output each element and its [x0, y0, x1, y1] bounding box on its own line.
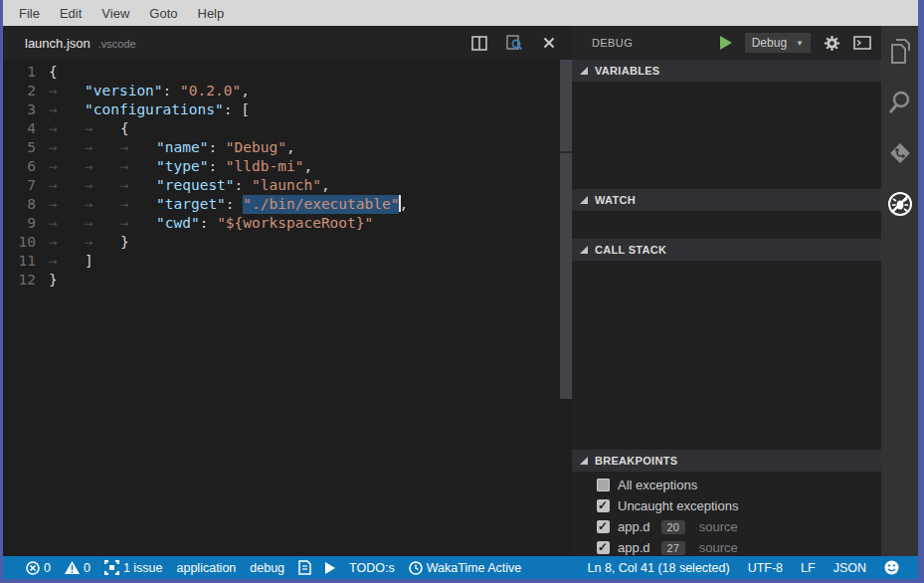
- section-header-watch[interactable]: WATCH: [572, 189, 881, 211]
- warning-count[interactable]: 0: [58, 561, 97, 575]
- tab-whitespace-icon: →: [85, 214, 120, 233]
- wakatime-status[interactable]: WakaTime Active: [402, 561, 529, 575]
- code-line[interactable]: 10→→}: [3, 233, 559, 252]
- code-line[interactable]: 6→→→"type": "lldb-mi",: [3, 157, 559, 176]
- scrollbar-thumb[interactable]: [560, 60, 572, 399]
- line-number[interactable]: 9: [3, 214, 49, 233]
- issues-status[interactable]: 1 issue: [97, 560, 170, 575]
- configure-gear-icon[interactable]: [824, 35, 840, 52]
- breakpoint-row[interactable]: Uncaught exceptions: [572, 495, 881, 516]
- code-line[interactable]: 8→→→"target": "./bin/executable",: [3, 195, 559, 214]
- status-bar-right: Ln 8, Col 41 (18 selected) UTF-8 LF JSON: [579, 560, 909, 575]
- code-token: {: [120, 119, 129, 138]
- editor-tab-bar: launch.json .vscode: [3, 26, 572, 60]
- section-header-variables[interactable]: VARIABLES: [572, 60, 881, 82]
- feedback-smiley-icon[interactable]: [875, 560, 908, 575]
- breakpoint-row[interactable]: All exceptions: [572, 475, 881, 495]
- todo-status[interactable]: TODO:s: [342, 561, 402, 575]
- breakpoint-row[interactable]: app.d27source: [572, 537, 881, 558]
- encoding-status[interactable]: UTF-8: [739, 561, 792, 575]
- launch-configuration-dropdown[interactable]: Debug ▼: [745, 33, 811, 53]
- call-stack-panel: [572, 261, 881, 450]
- line-number[interactable]: 6: [3, 157, 49, 176]
- line-number[interactable]: 11: [3, 252, 49, 271]
- line-number[interactable]: 10: [3, 233, 49, 252]
- code-line[interactable]: 5→→→"name": "Debug",: [3, 138, 559, 157]
- checkbox-checked[interactable]: [597, 520, 610, 533]
- section-header-breakpoints[interactable]: BREAKPOINTS: [572, 450, 881, 472]
- code-token: }: [49, 271, 58, 290]
- menu-item-goto[interactable]: Goto: [139, 6, 187, 21]
- menu-item-edit[interactable]: Edit: [50, 6, 92, 21]
- section-header-call-stack[interactable]: CALL STACK: [572, 239, 881, 261]
- folder-status[interactable]: application: [170, 561, 244, 575]
- language-mode-status[interactable]: JSON: [825, 561, 875, 575]
- code-token: :: [200, 214, 217, 233]
- code-line[interactable]: 2→"version": "0.2.0",: [3, 82, 559, 100]
- checkbox-unchecked[interactable]: [597, 479, 610, 491]
- code-editor[interactable]: 1{2→"version": "0.2.0",3→"configurations…: [3, 60, 572, 556]
- code-line[interactable]: 3→"configurations": [: [3, 100, 559, 119]
- search-icon[interactable]: [887, 90, 913, 115]
- warning-count-value: 0: [84, 561, 91, 575]
- code-line[interactable]: 4→→{: [3, 119, 559, 138]
- tab-launch-json[interactable]: launch.json .vscode: [3, 36, 136, 51]
- split-editor-icon[interactable]: [470, 34, 488, 52]
- error-count[interactable]: 0: [19, 561, 58, 575]
- run-build-icon[interactable]: [318, 562, 342, 574]
- editor-scrollbar: [559, 60, 572, 556]
- code-line[interactable]: 7→→→"request": "launch",: [3, 176, 559, 195]
- code-token: "launch": [252, 176, 321, 195]
- open-preview-icon[interactable]: [505, 34, 523, 52]
- line-number[interactable]: 7: [3, 176, 49, 195]
- debug-icon[interactable]: [887, 191, 913, 217]
- code-line[interactable]: 12}: [3, 271, 559, 290]
- cursor-position-value: Ln 8, Col 41 (18 selected): [588, 561, 730, 575]
- tab-whitespace-icon: →: [85, 119, 120, 138]
- tab-whitespace-icon: →: [49, 233, 85, 252]
- line-number[interactable]: 2: [3, 82, 49, 100]
- menu-item-help[interactable]: Help: [188, 6, 235, 21]
- eol-status[interactable]: LF: [792, 561, 825, 575]
- line-number[interactable]: 5: [3, 138, 49, 157]
- code-line[interactable]: 11→]: [3, 252, 559, 271]
- line-number[interactable]: 4: [3, 119, 49, 138]
- chevron-down-icon: ▼: [796, 39, 804, 48]
- checkbox-checked[interactable]: [597, 499, 610, 512]
- sidebar-title: DEBUG: [592, 37, 633, 49]
- code-line[interactable]: 1{: [3, 63, 559, 82]
- code-token: "Debug": [226, 138, 286, 157]
- explorer-icon[interactable]: [887, 39, 913, 65]
- code-token: "target": [156, 195, 226, 214]
- tab-whitespace-icon: →: [85, 176, 120, 195]
- close-icon[interactable]: [540, 34, 558, 52]
- tab-whitespace-icon: →: [49, 157, 85, 176]
- code-line[interactable]: 9→→→"cwd": "${workspaceRoot}": [3, 214, 559, 233]
- line-number[interactable]: 8: [3, 195, 49, 214]
- code-token: {: [49, 63, 58, 82]
- menu-item-file[interactable]: File: [9, 6, 50, 21]
- build-mode-status[interactable]: debug: [243, 561, 291, 575]
- breakpoint-detail: source: [699, 519, 738, 534]
- line-number[interactable]: 12: [3, 271, 49, 290]
- menu-item-view[interactable]: View: [92, 6, 139, 21]
- checkbox-checked[interactable]: [597, 541, 610, 554]
- tab-whitespace-icon: →: [120, 214, 156, 233]
- line-number[interactable]: 3: [3, 100, 49, 119]
- tab-whitespace-icon: →: [49, 252, 85, 271]
- code-token: ]: [85, 252, 93, 271]
- section-label: BREAKPOINTS: [595, 455, 677, 467]
- editor-group: launch.json .vscode 1{2→"version": ": [3, 26, 572, 556]
- tab-whitespace-icon: →: [49, 214, 85, 233]
- breakpoint-row[interactable]: app.d20source: [572, 516, 881, 537]
- source-control-icon[interactable]: [887, 140, 913, 166]
- line-number[interactable]: 1: [3, 63, 49, 82]
- cursor-position[interactable]: Ln 8, Col 41 (18 selected): [579, 561, 739, 575]
- language-mode-value: JSON: [833, 561, 866, 575]
- start-debug-button[interactable]: [719, 36, 732, 50]
- breakpoint-label: All exceptions: [618, 478, 697, 492]
- main-content: launch.json .vscode 1{2→"version": ": [3, 26, 918, 556]
- document-icon[interactable]: [291, 560, 318, 575]
- debug-console-icon[interactable]: [853, 36, 871, 50]
- section-label: WATCH: [595, 194, 636, 206]
